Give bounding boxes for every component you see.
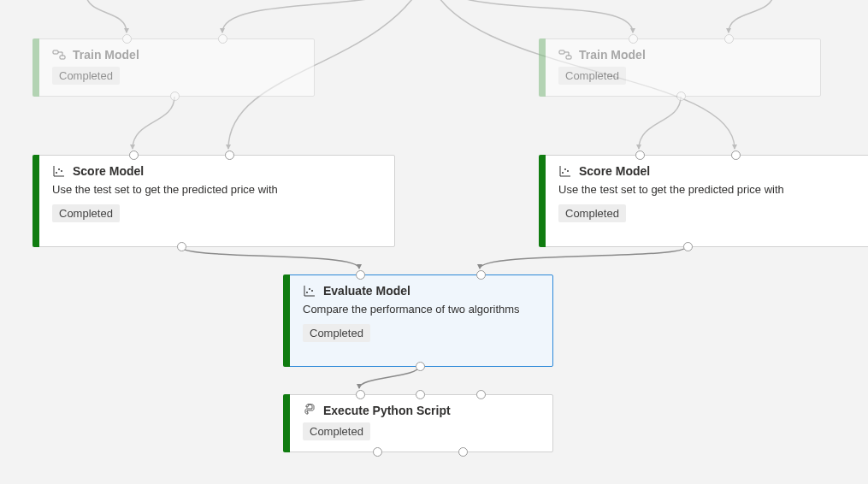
status-accent xyxy=(32,38,39,97)
input-port-2[interactable] xyxy=(225,151,234,160)
status-accent xyxy=(283,274,290,367)
node-execute-python-script[interactable]: Execute Python Script Completed xyxy=(286,394,553,452)
node-subtitle: Use the test set to get the predicted pr… xyxy=(558,183,868,198)
status-badge: Completed xyxy=(558,67,626,85)
output-port[interactable] xyxy=(177,242,186,251)
svg-point-12 xyxy=(311,290,313,292)
svg-point-9 xyxy=(567,170,569,172)
svg-rect-1 xyxy=(60,56,65,59)
node-score-model-left[interactable]: Score Model Use the test set to get the … xyxy=(36,155,395,247)
status-badge: Completed xyxy=(558,204,626,222)
status-accent xyxy=(539,38,546,97)
node-subtitle: Use the test set to get the predicted pr… xyxy=(52,183,384,198)
node-title: Score Model xyxy=(579,164,650,178)
output-port-1[interactable] xyxy=(373,447,382,457)
status-accent xyxy=(539,155,546,247)
module-icon xyxy=(52,48,66,62)
svg-point-7 xyxy=(562,172,564,174)
output-port[interactable] xyxy=(170,91,180,101)
svg-point-4 xyxy=(56,172,57,174)
input-port-1[interactable] xyxy=(122,34,132,44)
output-port[interactable] xyxy=(416,362,425,371)
svg-rect-2 xyxy=(559,50,564,54)
input-port-1[interactable] xyxy=(356,270,365,280)
input-port-1[interactable] xyxy=(129,151,139,160)
node-title: Train Model xyxy=(73,48,139,62)
node-subtitle: Compare the performance of two algorithm… xyxy=(303,303,542,317)
module-icon xyxy=(558,48,572,62)
svg-point-10 xyxy=(306,292,308,293)
output-port-2[interactable] xyxy=(458,447,468,457)
status-accent xyxy=(32,155,39,247)
input-port-2[interactable] xyxy=(731,151,741,160)
scatter-icon xyxy=(303,284,316,298)
status-badge: Completed xyxy=(52,204,120,222)
scatter-icon xyxy=(558,164,572,178)
status-badge: Completed xyxy=(303,324,370,342)
output-port[interactable] xyxy=(676,91,686,101)
input-port-3[interactable] xyxy=(476,390,486,399)
scatter-icon xyxy=(52,164,66,178)
node-evaluate-model[interactable]: Evaluate Model Compare the performance o… xyxy=(286,274,553,367)
node-train-model-right[interactable]: Train Model Completed xyxy=(542,38,821,97)
status-badge: Completed xyxy=(52,67,120,85)
svg-point-5 xyxy=(58,168,60,170)
status-accent xyxy=(283,394,290,452)
node-title: Execute Python Script xyxy=(323,404,451,417)
svg-point-6 xyxy=(61,170,62,172)
input-port-2[interactable] xyxy=(724,34,734,44)
node-train-model-left[interactable]: Train Model Completed xyxy=(36,38,315,97)
svg-point-11 xyxy=(309,288,310,290)
svg-point-8 xyxy=(564,168,566,170)
svg-rect-0 xyxy=(53,50,58,54)
node-title: Score Model xyxy=(73,164,144,178)
python-icon xyxy=(303,404,316,417)
svg-rect-3 xyxy=(566,56,571,59)
input-port-2[interactable] xyxy=(416,390,425,399)
node-title: Train Model xyxy=(579,48,646,62)
input-port-1[interactable] xyxy=(629,34,638,44)
node-score-model-right[interactable]: Score Model Use the test set to get the … xyxy=(542,155,868,247)
node-title: Evaluate Model xyxy=(323,284,410,298)
input-port-1[interactable] xyxy=(356,390,365,399)
input-port-1[interactable] xyxy=(635,151,645,160)
status-badge: Completed xyxy=(303,422,370,440)
output-port[interactable] xyxy=(683,242,693,251)
input-port-2[interactable] xyxy=(476,270,486,280)
input-port-2[interactable] xyxy=(218,34,227,44)
